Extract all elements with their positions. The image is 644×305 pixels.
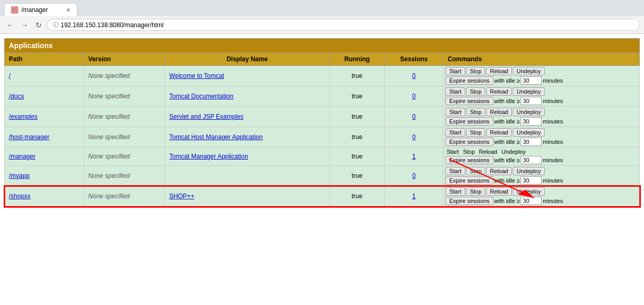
- sessions-link[interactable]: 0: [412, 113, 416, 120]
- cell-sessions: 0: [385, 166, 443, 186]
- with-idle-label: with idle ≥: [494, 139, 520, 145]
- cell-version: None specified: [84, 86, 165, 107]
- table-header-row: Path Version Display Name Running Sessio…: [5, 53, 640, 66]
- cell-path: /host-manager: [5, 127, 84, 148]
- commands-cell: StartStopReloadUndeployExpire sessionswi…: [443, 107, 640, 127]
- idle-input[interactable]: [521, 156, 542, 164]
- col-commands: Commands: [443, 53, 640, 66]
- stop-link[interactable]: Stop: [462, 149, 476, 155]
- cell-version: None specified: [84, 107, 165, 127]
- start-button[interactable]: Start: [445, 187, 465, 196]
- display-name-link[interactable]: Tomcat Documentation: [169, 93, 234, 100]
- stop-button[interactable]: Stop: [466, 108, 486, 116]
- start-button[interactable]: Start: [445, 67, 465, 75]
- idle-input[interactable]: [521, 176, 542, 185]
- display-name-link[interactable]: Welcome to Tomcat: [169, 72, 224, 80]
- cell-path: /examples: [5, 107, 84, 127]
- undeploy-button[interactable]: Undeploy: [513, 87, 544, 96]
- expire-sessions-button[interactable]: Expire sessions: [445, 76, 493, 85]
- cell-display-name: Servlet and JSP Examples: [165, 107, 329, 127]
- commands-cell: StartStopReloadUndeployExpire sessionswi…: [443, 66, 640, 86]
- url-input[interactable]: ⓘ 192.168.150.138:8080/manager/html: [47, 19, 640, 31]
- minutes-label: minutes: [543, 198, 563, 204]
- undeploy-button[interactable]: Undeploy: [513, 167, 544, 175]
- path-link[interactable]: /: [9, 72, 10, 80]
- commands-cell: StartStopReloadUndeployExpire sessionswi…: [443, 86, 640, 107]
- display-name-link[interactable]: SHOP++: [169, 193, 194, 200]
- page-content: Applications Path Version Display Name R…: [0, 34, 644, 211]
- path-link[interactable]: /shopxx: [9, 193, 30, 200]
- reload-button[interactable]: Reload: [486, 108, 512, 116]
- display-name-link[interactable]: Tomcat Host Manager Application: [169, 133, 263, 141]
- idle-input[interactable]: [521, 97, 542, 105]
- idle-input[interactable]: [521, 117, 542, 126]
- expire-sessions-button[interactable]: Expire sessions: [445, 197, 493, 205]
- minutes-label: minutes: [543, 98, 563, 104]
- start-button[interactable]: Start: [445, 128, 465, 137]
- path-link[interactable]: /manager: [9, 153, 36, 160]
- undeploy-link[interactable]: Undeploy: [500, 149, 526, 155]
- minutes-label: minutes: [543, 77, 563, 84]
- table-row: /shopxxNone specifiedSHOP++true1StartSto…: [5, 186, 640, 207]
- cell-display-name: Welcome to Tomcat: [165, 66, 329, 86]
- stop-button[interactable]: Stop: [466, 167, 486, 175]
- sessions-link[interactable]: 0: [412, 172, 416, 179]
- stop-button[interactable]: Stop: [466, 187, 486, 196]
- back-button[interactable]: ←: [4, 20, 16, 30]
- stop-button[interactable]: Stop: [466, 67, 486, 75]
- tab-title: /manager: [21, 6, 48, 14]
- path-link[interactable]: /examples: [9, 113, 38, 120]
- expire-sessions-button[interactable]: Expire sessions: [445, 156, 493, 164]
- lock-icon: ⓘ: [53, 21, 59, 29]
- table-row: /None specifiedWelcome to Tomcattrue0Sta…: [5, 66, 640, 86]
- reload-button[interactable]: Reload: [486, 167, 512, 175]
- display-name-link[interactable]: Servlet and JSP Examples: [169, 113, 244, 120]
- reload-button[interactable]: Reload: [486, 87, 512, 96]
- expire-sessions-button[interactable]: Expire sessions: [445, 138, 493, 146]
- start-button[interactable]: Start: [445, 108, 465, 116]
- start-link[interactable]: Start: [445, 149, 459, 155]
- forward-button[interactable]: →: [19, 20, 30, 30]
- idle-input[interactable]: [521, 138, 542, 146]
- tab-close-button[interactable]: ✕: [66, 7, 71, 14]
- sessions-link[interactable]: 1: [412, 193, 416, 200]
- reload-button[interactable]: Reload: [486, 128, 512, 137]
- cell-version: None specified: [84, 148, 165, 166]
- display-name-link[interactable]: Tomcat Manager Application: [169, 153, 248, 160]
- undeploy-button[interactable]: Undeploy: [513, 128, 544, 137]
- undeploy-button[interactable]: Undeploy: [513, 108, 544, 116]
- reload-button[interactable]: Reload: [486, 187, 512, 196]
- cell-version: None specified: [84, 127, 165, 148]
- start-button[interactable]: Start: [445, 87, 465, 96]
- idle-input[interactable]: [521, 197, 542, 205]
- minutes-label: minutes: [543, 157, 563, 163]
- undeploy-button[interactable]: Undeploy: [513, 187, 544, 196]
- refresh-button[interactable]: ↻: [33, 20, 44, 30]
- applications-header: Applications: [4, 38, 640, 52]
- cell-path: /: [5, 66, 84, 86]
- reload-link[interactable]: Reload: [478, 149, 498, 155]
- stop-button[interactable]: Stop: [466, 87, 486, 96]
- sessions-link[interactable]: 0: [412, 72, 416, 80]
- col-sessions: Sessions: [385, 53, 443, 66]
- browser-chrome: 🔧 /manager ✕ ← → ↻ ⓘ 192.168.150.138:808…: [0, 0, 644, 34]
- expire-sessions-button[interactable]: Expire sessions: [445, 97, 493, 105]
- reload-button[interactable]: Reload: [486, 67, 512, 75]
- path-link[interactable]: /host-manager: [9, 133, 49, 141]
- path-link[interactable]: /docs: [9, 93, 24, 100]
- path-link[interactable]: /myapp: [9, 172, 29, 179]
- expire-sessions-button[interactable]: Expire sessions: [445, 117, 493, 126]
- cell-running: true: [329, 86, 385, 107]
- with-idle-label: with idle ≥: [494, 177, 520, 184]
- idle-input[interactable]: [521, 76, 542, 85]
- browser-tab[interactable]: 🔧 /manager ✕: [4, 3, 77, 16]
- tab-bar: 🔧 /manager ✕: [0, 0, 644, 16]
- cell-running: true: [329, 166, 385, 186]
- undeploy-button[interactable]: Undeploy: [513, 67, 544, 75]
- start-button[interactable]: Start: [445, 167, 465, 175]
- sessions-link[interactable]: 0: [412, 133, 416, 141]
- sessions-link[interactable]: 0: [412, 93, 416, 100]
- sessions-link[interactable]: 1: [412, 153, 416, 160]
- expire-sessions-button[interactable]: Expire sessions: [445, 176, 493, 185]
- stop-button[interactable]: Stop: [466, 128, 486, 137]
